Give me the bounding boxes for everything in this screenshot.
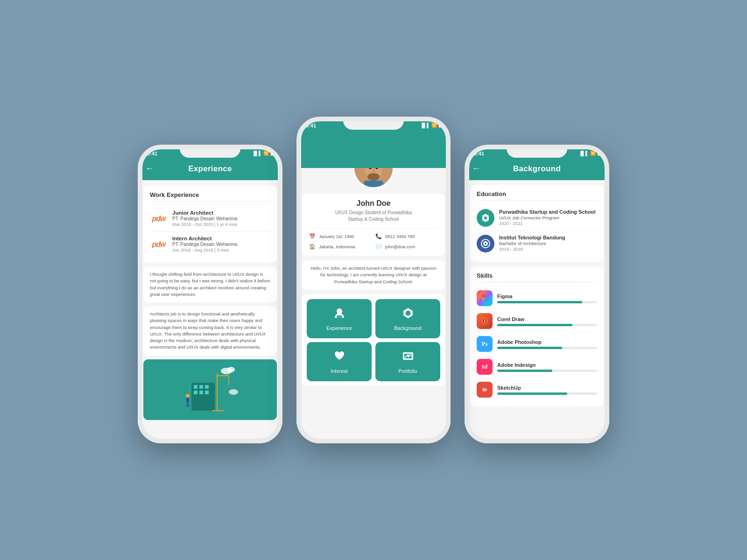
education-section-title: Education xyxy=(477,190,597,201)
skill-bar-bg-sketchup xyxy=(497,392,597,395)
company-logo-2: pdw xyxy=(150,236,168,253)
profile-birthday: 📅 January 1st, 1990 xyxy=(309,232,372,240)
profile-wifi-icon: 🛜 xyxy=(431,123,437,128)
svg-rect-5 xyxy=(199,391,203,394)
menu-label-experience: Experience xyxy=(326,325,352,331)
profile-battery-icon: ▮ xyxy=(438,122,441,128)
skill-bar-bg-corel xyxy=(497,324,597,326)
profile-name: John Doe xyxy=(309,199,438,208)
menu-item-background[interactable]: Background xyxy=(375,299,440,338)
skill-bar-fill-photoshop xyxy=(497,347,562,349)
menu-item-experience[interactable]: Experience xyxy=(307,299,372,338)
edu-school-itb: Institut Teknologi Bandung xyxy=(499,235,597,240)
edu-year-itb: 2014 - 2018 xyxy=(499,246,597,252)
email-icon: ✉️ xyxy=(375,243,382,250)
skill-bar-bg-photoshop xyxy=(497,347,597,349)
skill-bar-fill-sketchup xyxy=(497,392,567,395)
location-icon: 🏠 xyxy=(309,243,316,250)
edu-item-purwadhika: Purwadhika Startup and Coding School UI/… xyxy=(477,205,597,231)
edu-school-purwadhika: Purwadhika Startup and Coding School xyxy=(499,209,597,215)
portfolio-menu-icon xyxy=(402,350,415,365)
exp-role-2: Intern Architect xyxy=(172,236,270,241)
skill-bar-bg-figma xyxy=(497,301,597,303)
pdw-logo-1: pdw xyxy=(152,215,166,223)
skill-sketchup: SU SketchUp xyxy=(477,378,597,401)
svg-rect-3 xyxy=(205,385,209,389)
edu-item-itb: Institut Teknologi Bandung Bachelor of A… xyxy=(477,231,597,256)
avatar-face xyxy=(354,168,393,187)
right-wifi-icon: 🛜 xyxy=(590,151,596,156)
exp-item-1: pdw Junior Architect PT. Pandega Desain … xyxy=(150,206,270,231)
svg-rect-13 xyxy=(186,398,189,402)
skill-name-corel: Corel Draw xyxy=(497,316,597,322)
right-battery-icon: ▮ xyxy=(597,150,600,156)
itb-logo xyxy=(477,235,494,252)
svg-line-15 xyxy=(188,402,189,407)
exp-info-2: Intern Architect PT. Pandega Desain Weha… xyxy=(172,236,270,252)
menu-item-portfolio[interactable]: Portfolio xyxy=(375,342,440,381)
menu-label-interest: Interest xyxy=(331,368,348,374)
svg-point-36 xyxy=(484,217,487,219)
svg-point-12 xyxy=(186,394,190,398)
svg-rect-7 xyxy=(196,399,205,411)
skill-name-sketchup: SketchUp xyxy=(497,385,597,391)
purwadhika-logo xyxy=(477,209,494,227)
profile-email: ✉️ john@doe.com xyxy=(375,243,438,250)
skill-right-sketchup: SketchUp xyxy=(497,385,597,395)
profile-signal-icon: ▐▌▌ xyxy=(420,123,430,128)
svg-rect-41 xyxy=(482,297,485,300)
phone-background: 9:41 ▐▌▌ 🛜 ▮ ← Background Education xyxy=(465,145,609,443)
svg-rect-30 xyxy=(337,315,342,316)
profile-subtitle: UI/UX Design Student of Purwadhika Start… xyxy=(309,210,438,223)
svg-rect-4 xyxy=(194,391,197,394)
calendar-icon: 📅 xyxy=(309,232,316,240)
menu-label-portfolio: Portfolio xyxy=(398,368,417,374)
profile-phone: 📞 0812 3456 789 xyxy=(375,232,438,240)
skills-section-title: Skills xyxy=(477,272,597,282)
experience-menu-icon xyxy=(333,307,346,322)
wifi-icon: 🛜 xyxy=(263,151,269,156)
exp-info-1: Junior Architect PT. Pandega Desain Weha… xyxy=(172,210,270,227)
skills-card: Skills Fi xyxy=(470,266,604,406)
edu-year-purwadhika: 2020 - 2021 xyxy=(499,221,597,226)
skill-indesign: Id Adobe Indesign xyxy=(477,355,597,378)
skill-corel: Corel Draw xyxy=(477,309,597,332)
profile-info-card: John Doe UI/UX Design Student of Purwadh… xyxy=(302,194,445,256)
exp-paragraph-2: Architects job is to design functional a… xyxy=(143,306,277,356)
skill-photoshop: Ps Adobe Photoshop xyxy=(477,332,597,355)
profile-status-icons: ▐▌▌ 🛜 ▮ xyxy=(420,122,441,128)
indesign-logo: Id xyxy=(477,359,493,375)
exp-company-1: PT. Pandega Desain Weharima xyxy=(172,216,270,221)
skill-right-photoshop: Adobe Photoshop xyxy=(497,339,597,349)
phones-container: 9:41 ▐▌▌ 🛜 ▮ ← Experience Work Experienc… xyxy=(138,117,609,443)
svg-point-24 xyxy=(367,173,380,181)
exp-paragraph-1: I thought shifting field from architectu… xyxy=(143,266,277,302)
interest-menu-icon xyxy=(333,350,346,365)
menu-item-interest[interactable]: Interest xyxy=(307,342,372,381)
svg-text:SU: SU xyxy=(482,388,487,392)
svg-point-18 xyxy=(229,389,238,395)
phone-profile: 9:41 ▐▌▌ 🛜 ▮ xyxy=(296,117,451,443)
figma-logo xyxy=(477,290,493,306)
back-button-left[interactable]: ← xyxy=(145,164,154,174)
skill-right-figma: Figma xyxy=(497,294,597,303)
experience-content: Work Experience pdw Junior Architect PT.… xyxy=(138,180,282,443)
status-time-left: 9:41 xyxy=(147,151,157,156)
edu-info-purwadhika: Purwadhika Startup and Coding School UI/… xyxy=(499,209,597,226)
background-menu-icon xyxy=(402,307,415,322)
exp-role-1: Junior Architect xyxy=(172,210,270,216)
edu-program-purwadhika: UI/UX Job Connector Program xyxy=(499,215,597,220)
profile-location: 🏠 Jakarta, Indonesia xyxy=(309,243,372,250)
background-title: Background xyxy=(480,164,593,174)
sketchup-logo: SU xyxy=(477,382,493,398)
skill-name-photoshop: Adobe Photoshop xyxy=(497,339,597,345)
profile-bio: Hello, I'm John, an architect-turned-UI/… xyxy=(302,260,445,290)
svg-rect-25 xyxy=(364,181,383,187)
back-button-right[interactable]: ← xyxy=(472,164,480,174)
skill-figma: Figma xyxy=(477,287,597,309)
skill-bar-fill-figma xyxy=(497,301,582,303)
svg-rect-6 xyxy=(205,391,209,394)
svg-rect-2 xyxy=(199,385,203,389)
skill-right-indesign: Adobe Indesign xyxy=(497,362,597,372)
exp-item-2: pdw Intern Architect PT. Pandega Desain … xyxy=(150,231,270,257)
